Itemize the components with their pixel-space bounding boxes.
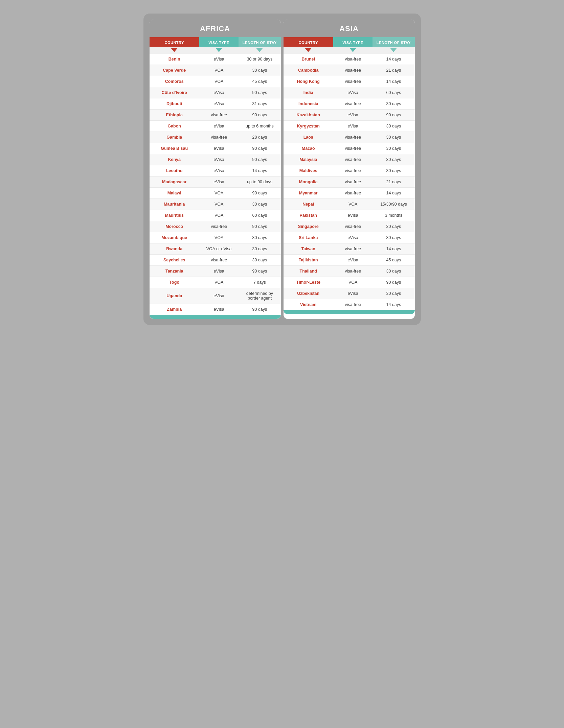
chevron-country-icon — [171, 48, 178, 52]
visa-cell: eVisa — [333, 121, 373, 132]
visa-cell: visa-free — [199, 255, 239, 266]
visa-cell: visa-free — [333, 98, 373, 110]
country-cell: Seychelles — [150, 255, 199, 266]
length-cell: 14 days — [239, 165, 280, 177]
length-cell: 14 days — [373, 76, 414, 87]
country-cell: Tajikistan — [284, 255, 333, 266]
table-row: India eVisa 60 days — [284, 87, 415, 98]
visa-cell: visa-free — [333, 243, 373, 255]
visa-cell: VOA — [199, 232, 239, 243]
africa-chevron-row — [150, 47, 281, 54]
country-cell: Sri Lanka — [284, 232, 333, 243]
visa-cell: eVisa — [199, 54, 239, 65]
country-cell: Malaysia — [284, 154, 333, 165]
length-cell: determined by border agent — [239, 288, 280, 304]
main-container: AFRICA COUNTRY VISA TYPE LENGTH OF STAY — [143, 14, 421, 325]
table-row: Kenya eVisa 90 days — [150, 154, 281, 165]
africa-tbody: Benin eVisa 30 or 90 days Cape Verde VOA… — [150, 54, 281, 315]
chevron-country-icon — [305, 48, 312, 52]
table-row: Nepal VOA 15/30/90 days — [284, 199, 415, 210]
country-cell: Singapore — [284, 221, 333, 232]
table-row: Mauritania VOA 30 days — [150, 199, 281, 210]
visa-cell: visa-free — [199, 221, 239, 232]
africa-col-country: COUNTRY — [150, 37, 199, 47]
visa-cell: eVisa — [333, 255, 373, 266]
table-row: Taiwan visa-free 14 days — [284, 243, 415, 255]
length-cell: 60 days — [239, 210, 280, 221]
country-cell: Zambia — [150, 304, 199, 315]
africa-footer-bar — [150, 315, 281, 319]
visa-cell: VOA — [199, 210, 239, 221]
country-cell: Macao — [284, 143, 333, 154]
asia-tbody: Brunei visa-free 14 days Cambodia visa-f… — [284, 54, 415, 310]
table-row: Gambia visa-free 28 days — [150, 132, 281, 143]
length-cell: 90 days — [239, 154, 280, 165]
length-cell: 30 days — [239, 232, 280, 243]
length-cell: 30 days — [373, 98, 414, 110]
visa-cell: visa-free — [333, 299, 373, 310]
country-cell: Côte d'Ivoire — [150, 87, 199, 98]
length-cell: 90 days — [373, 277, 414, 288]
visa-cell: VOA or eVisa — [199, 243, 239, 255]
length-cell: up to 90 days — [239, 177, 280, 188]
visa-cell: VOA — [199, 76, 239, 87]
table-row: Comoros VOA 45 days — [150, 76, 281, 87]
length-cell: 30 days — [373, 232, 414, 243]
visa-cell: visa-free — [333, 143, 373, 154]
length-cell: 30 days — [239, 199, 280, 210]
country-cell: Morocco — [150, 221, 199, 232]
table-row: Mozambique VOA 30 days — [150, 232, 281, 243]
country-cell: Maldives — [284, 165, 333, 177]
country-cell: Kenya — [150, 154, 199, 165]
visa-cell: visa-free — [333, 65, 373, 76]
country-cell: Comoros — [150, 76, 199, 87]
visa-cell: visa-free — [333, 165, 373, 177]
visa-cell: eVisa — [199, 304, 239, 315]
visa-cell: eVisa — [199, 177, 239, 188]
length-cell: 30 days — [373, 132, 414, 143]
length-cell: up to 6 months — [239, 121, 280, 132]
country-cell: Rwanda — [150, 243, 199, 255]
visa-cell: eVisa — [199, 266, 239, 277]
table-row: Sri Lanka eVisa 30 days — [284, 232, 415, 243]
visa-cell: VOA — [199, 277, 239, 288]
table-row: Hong Kong visa-free 14 days — [284, 76, 415, 87]
visa-cell: visa-free — [333, 54, 373, 65]
country-cell: Cape Verde — [150, 65, 199, 76]
length-cell: 14 days — [373, 188, 414, 199]
table-row: Mongolia visa-free 21 days — [284, 177, 415, 188]
table-row: Vietnam visa-free 14 days — [284, 299, 415, 310]
table-row: Mauritius VOA 60 days — [150, 210, 281, 221]
country-cell: Tanzania — [150, 266, 199, 277]
asia-table: COUNTRY VISA TYPE LENGTH OF STAY — [284, 37, 415, 310]
country-cell: Hong Kong — [284, 76, 333, 87]
table-row: Zambia eVisa 90 days — [150, 304, 281, 315]
visa-cell: eVisa — [199, 98, 239, 110]
country-cell: Togo — [150, 277, 199, 288]
country-cell: Gambia — [150, 132, 199, 143]
africa-title: AFRICA — [200, 24, 230, 33]
country-cell: Mauritius — [150, 210, 199, 221]
chevron-length-icon — [390, 48, 397, 52]
visa-cell: eVisa — [333, 210, 373, 221]
table-row: Togo VOA 7 days — [150, 277, 281, 288]
country-cell: Gabon — [150, 121, 199, 132]
table-row: Cape Verde VOA 30 days — [150, 65, 281, 76]
length-cell: 7 days — [239, 277, 280, 288]
length-cell: 15/30/90 days — [373, 199, 414, 210]
length-cell: 90 days — [239, 304, 280, 315]
visa-cell: visa-free — [333, 132, 373, 143]
table-row: Thailand visa-free 30 days — [284, 266, 415, 277]
length-cell: 21 days — [373, 177, 414, 188]
visa-cell: eVisa — [199, 87, 239, 98]
table-row: Myanmar visa-free 14 days — [284, 188, 415, 199]
length-cell: 30 days — [239, 255, 280, 266]
length-cell: 90 days — [239, 87, 280, 98]
asia-section: ASIA COUNTRY VISA TYPE LENGTH OF STAY — [284, 20, 415, 319]
table-row: Tajikistan eVisa 45 days — [284, 255, 415, 266]
visa-cell: VOA — [199, 199, 239, 210]
length-cell: 30 days — [373, 266, 414, 277]
length-cell: 45 days — [373, 255, 414, 266]
table-row: Kazakhstan eVisa 90 days — [284, 110, 415, 121]
asia-chevron-row — [284, 47, 415, 54]
